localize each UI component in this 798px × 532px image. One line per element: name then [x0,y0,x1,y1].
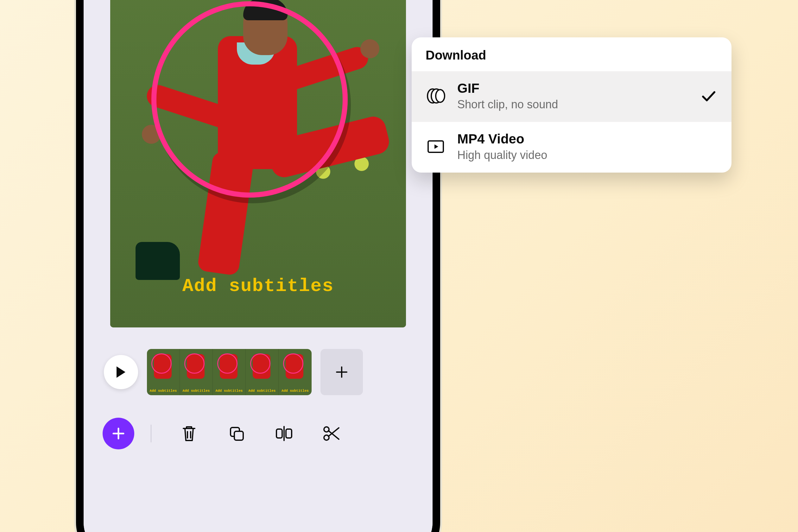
toolbar-separator [151,425,151,442]
frame-caption: Add subtitles [246,389,278,393]
phone-screen: Add subtitles Add subtitles Add subtitle… [83,0,433,532]
add-button[interactable] [102,418,134,449]
split-button[interactable] [260,418,308,449]
frame-caption: Add subtitles [180,389,212,393]
timeline-frame[interactable]: Add subtitles [246,349,279,395]
timeline-frame[interactable]: Add subtitles [180,349,213,395]
timeline: Add subtitles Add subtitles Add subtitle… [104,348,412,396]
clip-strip[interactable]: Add subtitles Add subtitles Add subtitle… [147,349,311,395]
duplicate-button[interactable] [213,418,260,449]
download-option-mp4[interactable]: MP4 Video High quality video [412,122,732,173]
scissors-icon [322,425,341,442]
frame-caption: Add subtitles [147,389,179,393]
delete-button[interactable] [165,418,213,449]
option-subtitle: High quality video [457,149,718,162]
option-title: MP4 Video [457,131,718,147]
option-text: MP4 Video High quality video [457,131,718,162]
svg-rect-2 [277,429,282,438]
frame-caption: Add subtitles [213,389,245,393]
download-popover: Download GIF Short clip, no sound [412,37,732,173]
timeline-frame[interactable]: Add subtitles [279,349,311,395]
trash-icon [181,425,197,442]
subtitle-overlay[interactable]: Add subtitles [110,276,406,297]
split-icon [274,425,293,442]
svg-point-8 [436,90,444,102]
editor-toolbar [102,416,414,451]
copy-icon [228,425,245,442]
video-icon [425,136,446,157]
gif-icon [425,86,446,106]
timeline-frame[interactable]: Add subtitles [213,349,246,395]
svg-rect-1 [234,431,243,440]
selected-check [700,87,718,105]
option-subtitle: Short clip, no sound [457,98,688,111]
frame-caption: Add subtitles [279,389,311,393]
svg-rect-3 [286,429,292,438]
add-clip-button[interactable] [321,349,363,395]
play-icon [115,366,127,378]
popover-title: Download [412,37,732,71]
plus-icon [335,365,349,379]
video-canvas[interactable]: Add subtitles [110,0,406,327]
check-icon [701,90,716,102]
plus-icon [111,426,126,441]
canvas-hoop [151,1,348,197]
cut-button[interactable] [308,418,355,449]
option-title: GIF [457,81,688,96]
option-text: GIF Short clip, no sound [457,81,688,111]
timeline-frame[interactable]: Add subtitles [147,349,180,395]
download-option-gif[interactable]: GIF Short clip, no sound [412,71,732,122]
play-button[interactable] [104,355,138,389]
phone-frame: Add subtitles Add subtitles Add subtitle… [76,0,440,532]
